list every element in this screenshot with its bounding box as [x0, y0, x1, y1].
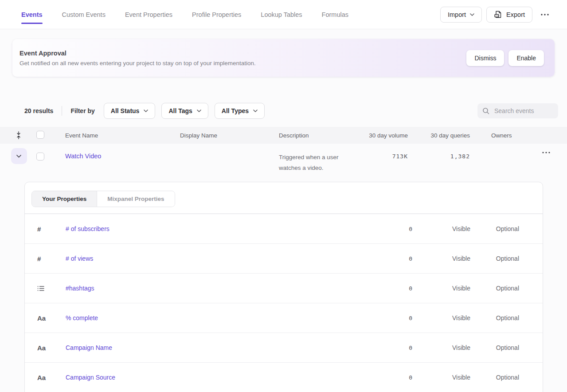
event-description: Triggered when a user watches a video. — [279, 152, 346, 173]
property-count: 0 — [364, 345, 413, 351]
import-button-label: Import — [448, 11, 466, 18]
status-filter-label: All Status — [111, 107, 140, 114]
collapse-all-icon — [16, 131, 22, 139]
property-name-link[interactable]: # of views — [66, 255, 364, 262]
chevron-down-icon — [16, 155, 21, 158]
column-header-volume[interactable]: 30 day volume — [364, 132, 408, 139]
property-visibility: Visible — [413, 225, 470, 232]
property-requirement: Optional — [470, 285, 519, 292]
property-row: Aa % complete 0 Visible Optional — [25, 303, 543, 333]
nav-actions: Import csv Export — [440, 0, 553, 29]
csv-file-icon: csv — [494, 10, 502, 19]
enable-button[interactable]: Enable — [508, 50, 544, 66]
property-name-link[interactable]: #hashtags — [66, 285, 364, 292]
tab-custom-events[interactable]: Custom Events — [62, 0, 106, 29]
collapse-row-button[interactable] — [11, 148, 27, 164]
property-row: # # of views 0 Visible Optional — [25, 243, 543, 273]
event-approval-banner: Event Approval Get notified on all new e… — [12, 39, 555, 77]
divider — [62, 106, 62, 116]
filter-bar: 20 results Filter by All Status All Tags… — [24, 103, 558, 119]
search-events-box — [477, 103, 558, 118]
search-icon — [482, 107, 489, 114]
property-row: # # of subscribers 0 Visible Optional — [25, 214, 543, 243]
properties-tabs-row: Your Properties Mixpanel Properties — [25, 182, 543, 214]
property-count: 0 — [364, 226, 413, 232]
column-header-display-name[interactable]: Display Name — [180, 132, 279, 139]
event-properties-panel: Your Properties Mixpanel Properties # # … — [24, 182, 543, 392]
event-30day-queries: 1,382 — [408, 153, 470, 160]
event-30day-volume: 713K — [364, 153, 408, 160]
tags-filter-label: All Tags — [168, 107, 192, 114]
types-filter-label: All Types — [222, 107, 249, 114]
column-header-owners[interactable]: Owners — [470, 132, 528, 139]
events-table-header: Event Name Display Name Description 30 d… — [0, 127, 567, 144]
filter-by-label: Filter by — [70, 107, 94, 114]
property-requirement: Optional — [470, 314, 519, 321]
tab-mixpanel-properties[interactable]: Mixpanel Properties — [97, 191, 174, 207]
search-events-input[interactable] — [493, 107, 553, 115]
status-filter-dropdown[interactable]: All Status — [104, 103, 156, 119]
collapse-all-button[interactable] — [7, 131, 30, 139]
banner-title: Event Approval — [20, 50, 256, 57]
property-requirement: Optional — [470, 344, 519, 351]
column-header-description[interactable]: Description — [279, 132, 364, 139]
number-type-icon: # — [37, 225, 66, 233]
property-requirement: Optional — [470, 374, 519, 381]
ellipsis-icon — [542, 152, 550, 153]
chevron-down-icon — [470, 13, 474, 16]
property-count: 0 — [364, 374, 413, 381]
property-visibility: Visible — [413, 285, 470, 292]
tags-filter-dropdown[interactable]: All Tags — [161, 103, 208, 119]
list-type-icon — [37, 286, 66, 291]
property-row: Aa Campaign Source 0 Visible Optional — [25, 362, 543, 392]
property-name-link[interactable]: # of subscribers — [66, 225, 364, 232]
property-visibility: Visible — [413, 314, 470, 321]
property-name-link[interactable]: % complete — [66, 314, 364, 321]
chevron-down-icon — [253, 110, 258, 112]
text-type-icon: Aa — [37, 344, 66, 352]
property-count: 0 — [364, 315, 413, 321]
import-button[interactable]: Import — [440, 7, 482, 23]
property-row: #hashtags 0 Visible Optional — [25, 273, 543, 303]
tab-your-properties[interactable]: Your Properties — [32, 191, 97, 207]
properties-tab-switcher: Your Properties Mixpanel Properties — [31, 191, 175, 207]
select-all-checkbox[interactable] — [36, 131, 44, 139]
number-type-icon: # — [37, 255, 66, 263]
column-header-queries[interactable]: 30 day queries — [408, 132, 470, 139]
filter-dropdowns: All Status All Tags All Types — [104, 103, 265, 119]
banner-text: Event Approval Get notified on all new e… — [20, 50, 256, 67]
tab-formulas[interactable]: Formulas — [322, 0, 348, 29]
tab-lookup-tables[interactable]: Lookup Tables — [261, 0, 302, 29]
column-header-event-name[interactable]: Event Name — [58, 132, 180, 139]
chevron-down-icon — [197, 110, 201, 112]
text-type-icon: Aa — [37, 314, 66, 322]
property-visibility: Visible — [413, 374, 470, 381]
property-requirement: Optional — [470, 225, 519, 232]
text-type-icon: Aa — [37, 374, 66, 381]
export-button[interactable]: csv Export — [486, 7, 532, 23]
more-options-button[interactable] — [537, 10, 553, 19]
row-more-options-button[interactable] — [539, 148, 554, 157]
top-navigation: Events Custom Events Event Properties Pr… — [0, 0, 567, 29]
tab-event-properties[interactable]: Event Properties — [125, 0, 172, 29]
property-count: 0 — [364, 255, 413, 262]
property-requirement: Optional — [470, 255, 519, 262]
chevron-down-icon — [144, 110, 148, 112]
row-checkbox[interactable] — [36, 153, 44, 161]
tab-events[interactable]: Events — [21, 0, 43, 29]
export-button-label: Export — [506, 11, 525, 18]
property-row: Aa Campaign Name 0 Visible Optional — [25, 333, 543, 362]
property-name-link[interactable]: Campaign Name — [66, 344, 364, 351]
ellipsis-icon — [540, 14, 549, 16]
property-count: 0 — [364, 285, 413, 292]
results-count: 20 results — [24, 107, 53, 114]
event-name-link[interactable]: Watch Video — [65, 153, 101, 160]
property-name-link[interactable]: Campaign Source — [66, 374, 364, 381]
types-filter-dropdown[interactable]: All Types — [215, 103, 265, 119]
nav-tabs: Events Custom Events Event Properties Pr… — [21, 0, 348, 29]
property-visibility: Visible — [413, 255, 470, 262]
dismiss-button[interactable]: Dismiss — [466, 50, 504, 66]
table-row-watch-video: Watch Video Triggered when a user watche… — [0, 144, 567, 179]
banner-description: Get notified on all new events entering … — [20, 60, 256, 67]
tab-profile-properties[interactable]: Profile Properties — [192, 0, 241, 29]
